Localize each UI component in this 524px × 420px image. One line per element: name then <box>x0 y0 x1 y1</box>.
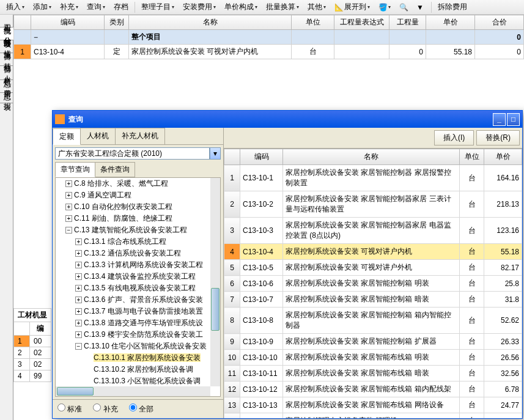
result-cell[interactable]: C13-10-1 <box>240 165 283 191</box>
chapter-tree[interactable]: +C.8 给排水、采暖、燃气工程+C.9 通风空调工程+C.10 自动化控制仪表… <box>55 177 221 397</box>
radio-supp[interactable]: 补充 <box>93 403 117 414</box>
tb-supp[interactable]: 补充▾ <box>56 1 82 13</box>
grid-cell[interactable]: C13-10-4 <box>31 45 105 59</box>
tb-query[interactable]: 查询▾ <box>83 1 109 13</box>
tree-toggle-icon[interactable]: + <box>75 238 82 245</box>
result-cell[interactable]: 台 <box>460 276 484 292</box>
result-cell[interactable]: 24.77 <box>484 397 522 413</box>
col-header[interactable]: 名称 <box>129 15 292 30</box>
result-cell[interactable]: C13-10-4 <box>240 244 283 260</box>
result-cell[interactable]: C13-10-3 <box>240 218 283 244</box>
tb-expand[interactable]: 📐展开到▾ <box>331 1 374 13</box>
tree-node[interactable]: +C.13.1 综合布线系统工程 <box>75 236 220 248</box>
result-cell[interactable]: 家居控制系统设备安装 家居智能控制器家居 三表计量与远程传输装置 <box>283 191 460 218</box>
result-col-header[interactable]: 单价 <box>484 149 522 165</box>
side-tab-1[interactable]: 分部分项 <box>0 28 14 40</box>
tree-toggle-icon[interactable]: − <box>75 343 82 350</box>
dialog-titlebar[interactable]: 查询 _ □ <box>53 111 522 128</box>
result-cell[interactable]: 家居控制系统设备安装 家居智能控制箱 箱内智能控制器 <box>283 308 460 334</box>
result-col-header[interactable] <box>224 149 240 165</box>
result-cell[interactable]: C13-10-10 <box>240 350 283 366</box>
grid-cell[interactable] <box>14 30 31 45</box>
result-cell[interactable]: 123.16 <box>484 218 522 244</box>
tree-toggle-icon[interactable]: + <box>75 297 82 303</box>
result-cell[interactable]: C13-10-7 <box>240 292 283 308</box>
result-cell[interactable]: C13-10-2 <box>240 191 283 218</box>
tree-toggle-icon[interactable]: + <box>75 331 82 338</box>
tb-color[interactable]: 🪣▾ <box>375 2 394 13</box>
tree-toggle-icon[interactable]: − <box>65 227 72 234</box>
result-cell[interactable]: C13-10-11 <box>240 366 283 381</box>
result-cell[interactable]: C13-10-9 <box>240 334 283 350</box>
search-tab[interactable]: 条件查询 <box>95 162 135 177</box>
tb-price-comp[interactable]: 单价构成▾ <box>221 1 261 13</box>
tree-node[interactable]: C.13.10.3 小区智能化系统设备调 <box>85 375 220 387</box>
grid-cell[interactable]: 0 <box>389 45 426 59</box>
col-header[interactable]: 工程量 <box>389 15 426 30</box>
tb-find[interactable]: 🔍 <box>396 2 411 13</box>
result-cell[interactable]: C13-10-8 <box>240 308 283 334</box>
result-cell[interactable]: 家居控制系统设备安装 家居智能布线箱 暗装 <box>283 366 460 381</box>
result-cell[interactable]: 11 <box>224 366 240 381</box>
result-cell[interactable]: 台 <box>460 260 484 276</box>
result-row[interactable]: 4C13-10-4家居控制系统设备安装 可视对讲户内机台55.18 <box>224 244 522 260</box>
col-header[interactable]: 类别 <box>105 15 129 30</box>
result-cell[interactable]: 8 <box>224 308 240 334</box>
sub-grid-cell[interactable]: 02 <box>30 347 51 359</box>
tree-scrollbar-v[interactable] <box>210 178 220 386</box>
quota-combo-dropdown[interactable]: ▾ <box>210 147 221 160</box>
side-tab-2[interactable]: 措施项目 <box>0 40 14 53</box>
maximize-button[interactable]: □ <box>507 113 520 126</box>
result-cell[interactable]: 25.8 <box>484 276 522 292</box>
result-cell[interactable]: 55.18 <box>484 244 522 260</box>
result-col-header[interactable]: 名称 <box>283 149 460 165</box>
tb-add[interactable]: 添加▾ <box>29 1 55 13</box>
result-row[interactable]: 9C13-10-9家居控制系统设备安装 家居智能控制箱 扩展器台26.33 <box>224 334 522 350</box>
grid-cell[interactable]: 0 <box>475 30 524 45</box>
quota-combo-input[interactable] <box>55 147 210 160</box>
grid-cell[interactable] <box>389 30 426 45</box>
tree-scrollbar-h[interactable] <box>56 386 210 396</box>
sub-grid-cell[interactable]: 02 <box>30 359 51 370</box>
replace-button[interactable]: 替换(R) <box>476 130 520 146</box>
col-header[interactable]: 单价 <box>426 15 475 30</box>
tree-toggle-icon[interactable]: + <box>65 204 72 210</box>
catalog-tab[interactable]: 补充人材机 <box>115 128 165 144</box>
sub-grid-cell[interactable]: 3 <box>14 359 30 370</box>
tree-node[interactable]: +C.13.2 通信系统设备安装工程 <box>75 248 220 259</box>
tree-toggle-icon[interactable]: + <box>75 285 82 292</box>
tree-node[interactable]: +C.11 刷油、防腐蚀、绝缘工程 <box>65 213 220 224</box>
result-cell[interactable]: 家居控制系统设备安装 家居智能控制器 家居报警控制装置 <box>283 165 460 191</box>
result-cell[interactable]: 12 <box>224 381 240 397</box>
result-cell[interactable]: 台 <box>460 413 484 419</box>
result-cell[interactable]: 164.16 <box>484 165 522 191</box>
result-cell[interactable]: 5 <box>224 260 240 276</box>
result-cell[interactable]: 家居控制系统设备安装 家居智能控制箱 扩展器 <box>283 334 460 350</box>
result-row[interactable]: 14C13-10-14家居控制管理中心设备安装 管理机台150.02 <box>224 413 522 419</box>
result-cell[interactable]: 台 <box>460 334 484 350</box>
result-cell[interactable]: 台 <box>460 350 484 366</box>
tree-node[interactable]: +C.13.4 建筑设备监控系统安装工程 <box>75 271 220 282</box>
col-header[interactable]: 编码 <box>31 15 105 30</box>
tree-toggle-icon[interactable]: + <box>75 320 82 326</box>
tree-node[interactable]: +C.13.3 计算机网络系统设备安装工程 <box>75 259 220 271</box>
result-row[interactable]: 12C13-10-12家居控制系统设备安装 家居智能布线箱 箱内配线架台6.78 <box>224 381 522 397</box>
tree-node[interactable]: C.13.10.2 家居控制系统设备调 <box>85 364 220 375</box>
result-cell[interactable]: 台 <box>460 308 484 334</box>
tree-node[interactable]: +C.13.8 道路交通与停车场管理系统设 <box>75 317 220 329</box>
result-cell[interactable]: 13 <box>224 397 240 413</box>
result-cell[interactable]: C13-10-12 <box>240 381 283 397</box>
tree-toggle-icon[interactable]: + <box>65 215 72 222</box>
result-cell[interactable]: 2 <box>224 191 240 218</box>
result-cell[interactable]: 台 <box>460 397 484 413</box>
result-cell[interactable]: 台 <box>460 366 484 381</box>
side-tab-3[interactable]: 其他项目 <box>0 53 14 66</box>
radio-all[interactable]: 全部 <box>129 403 153 414</box>
side-tab-6[interactable]: 报表 <box>0 93 14 103</box>
grid-cell[interactable]: 定 <box>105 45 129 59</box>
grid-cell[interactable]: 1 <box>14 45 31 59</box>
result-cell[interactable]: 7 <box>224 292 240 308</box>
grid-cell[interactable]: 整个项目 <box>129 30 292 45</box>
tb-organize[interactable]: 整理子目▾ <box>138 1 178 13</box>
result-cell[interactable]: 31.8 <box>484 292 522 308</box>
